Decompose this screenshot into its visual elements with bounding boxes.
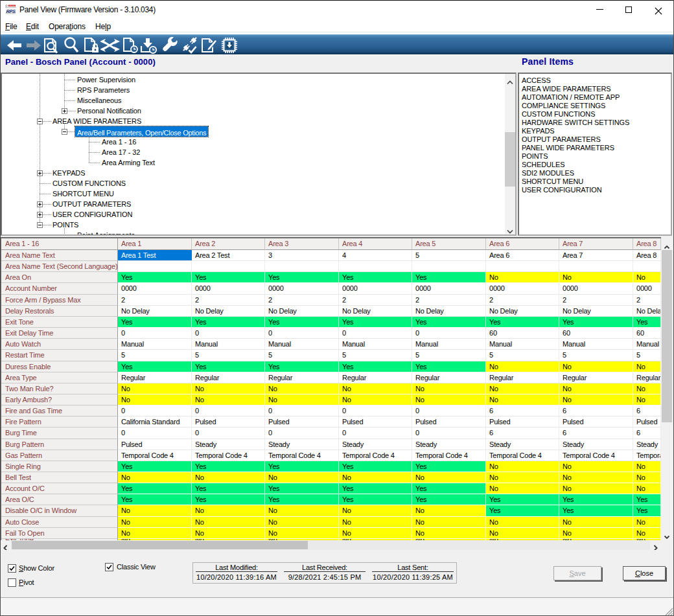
svg-text:RPS: RPS [6,8,16,14]
